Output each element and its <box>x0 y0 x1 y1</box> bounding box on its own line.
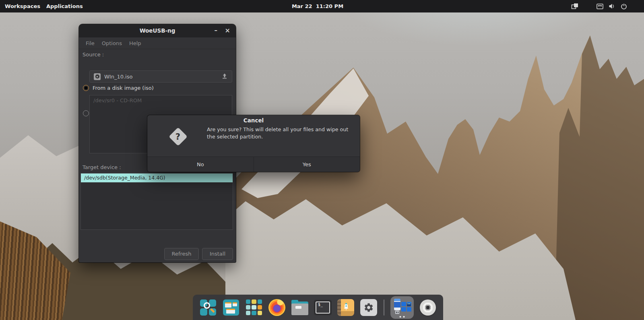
power-icon[interactable] <box>621 3 627 10</box>
gear-icon <box>360 299 377 316</box>
install-button[interactable]: Install <box>202 248 233 260</box>
close-button[interactable]: × <box>225 24 230 37</box>
question-icon: ? <box>169 127 188 146</box>
terminal-icon[interactable]: $_ <box>314 299 332 316</box>
usb-drive-icon <box>394 299 400 310</box>
target-device-list[interactable]: /dev/sdb(Storage_Media, 14.4G) <box>80 173 233 230</box>
target-section-label: Target device : <box>83 164 121 170</box>
menu-options[interactable]: Options <box>98 40 126 46</box>
target-device-item-selected[interactable]: /dev/sdb(Storage_Media, 14.4G) <box>81 173 233 182</box>
dialog-button-row: No Yes <box>147 157 360 172</box>
question-glyph: ? <box>175 132 180 142</box>
app-launcher-rocket-icon[interactable] <box>337 299 355 316</box>
disk-image-radio-button[interactable] <box>83 85 89 91</box>
iso-file-picker[interactable]: WIn_10.iso <box>89 70 232 83</box>
file-manager-icon[interactable] <box>291 299 309 316</box>
dialog-message: Are you sure? This will delete all your … <box>207 126 357 140</box>
disc-icon <box>94 73 101 80</box>
iso-filename: WIn_10.iso <box>104 74 218 80</box>
desktop: Workspaces Applications Mar 22 11:20 PM … <box>0 0 644 320</box>
menu-bar: File Options Help <box>79 37 236 49</box>
upload-icon[interactable] <box>221 73 228 81</box>
woeusb-icon-active[interactable] <box>390 296 414 319</box>
search-icon <box>204 302 210 309</box>
system-tray <box>571 0 627 12</box>
top-bar: Workspaces Applications Mar 22 11:20 PM <box>0 0 644 12</box>
windows-stack-icon[interactable] <box>571 3 579 10</box>
minimize-button[interactable]: – <box>215 24 218 37</box>
dialog-message-line1: Are you sure? This will delete all your … <box>207 126 357 133</box>
cancel-dialog: Cancel ? Are you sure? This will delete … <box>147 115 360 172</box>
yes-button[interactable]: Yes <box>254 157 360 172</box>
cd-drive-radio-button[interactable] <box>83 110 89 116</box>
source-section-label: Source : <box>83 52 104 58</box>
disk-image-radio-label: From a disk image (iso) <box>93 85 154 91</box>
dialog-message-line2: the selected partition. <box>207 133 357 140</box>
app-finder-icon[interactable] <box>199 299 217 316</box>
open-windows-indicator <box>400 316 405 318</box>
dock: $_ <box>193 295 443 320</box>
clock[interactable]: Mar 22 11:20 PM <box>292 0 343 12</box>
dialog-title: Cancel <box>147 115 360 124</box>
titlebar[interactable]: WoeUSB-ng – × <box>79 24 236 37</box>
app-grid-icon[interactable] <box>245 299 263 316</box>
cd-icon <box>420 299 436 316</box>
window-switcher-icon[interactable] <box>222 299 240 316</box>
settings-icon[interactable] <box>360 299 378 316</box>
window-title: WoeUSB-ng <box>79 24 236 37</box>
disk-image-radio-row[interactable]: From a disk image (iso) <box>83 85 154 91</box>
cd-drive-item: /dev/sr0 - CD-ROM <box>90 95 232 105</box>
volume-icon[interactable] <box>609 3 615 9</box>
network-icon[interactable] <box>597 4 603 9</box>
firefox-icon[interactable] <box>268 299 286 316</box>
workspaces-menu[interactable]: Workspaces <box>5 0 40 12</box>
menu-file[interactable]: File <box>82 40 98 46</box>
menu-help[interactable]: Help <box>126 40 145 46</box>
dock-separator <box>384 299 384 316</box>
frog-icon <box>407 303 411 306</box>
disc-burner-icon[interactable] <box>419 299 437 316</box>
terminal-prompt: $_ <box>318 302 323 307</box>
refresh-button[interactable]: Refresh <box>164 248 199 260</box>
no-button[interactable]: No <box>147 157 254 172</box>
applications-menu[interactable]: Applications <box>46 0 83 12</box>
